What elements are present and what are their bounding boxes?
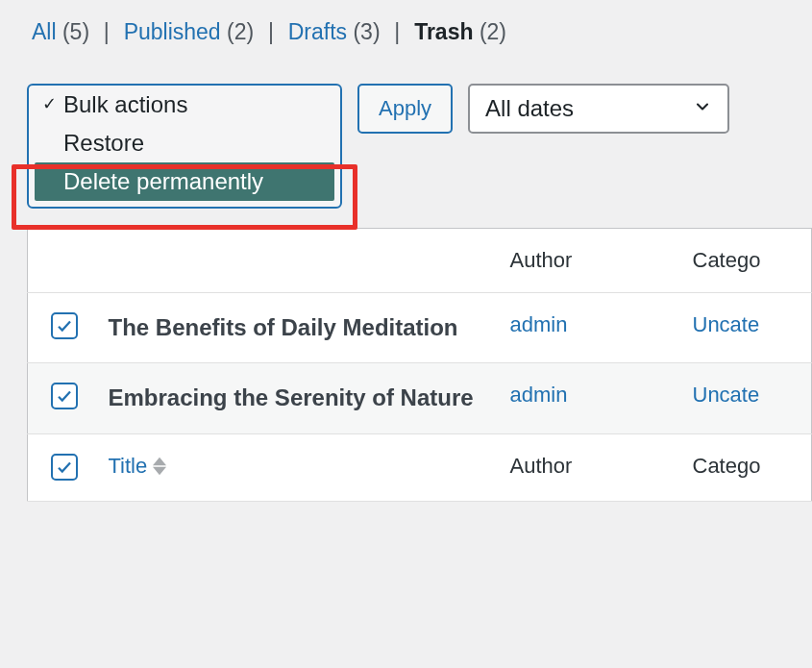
- bulk-option-delete-permanently[interactable]: Delete permanently: [35, 162, 334, 201]
- row-checkbox[interactable]: [51, 312, 78, 339]
- check-icon: [56, 387, 73, 405]
- post-title[interactable]: The Benefits of Daily Meditation: [109, 312, 483, 343]
- footer-title-label: Title: [109, 454, 148, 479]
- header-checkbox-cell: [28, 229, 95, 293]
- filter-published[interactable]: Published: [124, 19, 221, 44]
- date-filter-selected: All dates: [485, 95, 574, 122]
- filter-drafts[interactable]: Drafts: [288, 19, 347, 44]
- footer-checkbox[interactable]: [51, 454, 78, 481]
- filter-published-count: (2): [227, 19, 254, 44]
- row-checkbox[interactable]: [51, 383, 78, 409]
- filter-trash-count: (2): [480, 19, 506, 44]
- footer-title-sort[interactable]: Title: [109, 454, 167, 479]
- bulk-actions-select[interactable]: Bulk actions Restore Delete permanently: [27, 84, 342, 209]
- apply-button[interactable]: Apply: [357, 84, 453, 134]
- post-author[interactable]: admin: [510, 383, 568, 407]
- svg-marker-0: [153, 458, 166, 465]
- sort-icon: [153, 457, 166, 476]
- status-filter-links: All (5) | Published (2) | Drafts (3) | T…: [27, 19, 812, 45]
- filter-drafts-count: (3): [353, 19, 380, 44]
- chevron-down-icon: [693, 95, 712, 122]
- posts-table: Author Catego The Benefits of Daily Medi…: [27, 228, 812, 502]
- post-author[interactable]: admin: [510, 312, 568, 336]
- post-category[interactable]: Uncate: [693, 383, 760, 407]
- table-row: The Benefits of Daily Meditation admin U…: [28, 293, 812, 363]
- tablenav-top: Bulk actions Restore Delete permanently …: [27, 84, 812, 209]
- header-title: [95, 229, 497, 293]
- check-icon: [56, 317, 73, 334]
- filter-trash[interactable]: Trash: [414, 19, 473, 44]
- header-author[interactable]: Author: [497, 229, 679, 293]
- table-row: Embracing the Serenity of Nature admin U…: [28, 363, 812, 433]
- svg-marker-1: [153, 467, 166, 475]
- bulk-option-default[interactable]: Bulk actions: [29, 86, 340, 124]
- footer-author[interactable]: Author: [497, 433, 679, 501]
- date-filter-select[interactable]: All dates: [468, 84, 729, 134]
- filter-all[interactable]: All: [32, 19, 57, 44]
- post-title[interactable]: Embracing the Serenity of Nature: [109, 383, 483, 413]
- bulk-option-restore[interactable]: Restore: [29, 124, 340, 162]
- filter-all-count: (5): [62, 19, 89, 44]
- check-icon: [56, 458, 73, 476]
- footer-categories[interactable]: Catego: [679, 433, 812, 501]
- header-categories[interactable]: Catego: [679, 229, 812, 293]
- post-category[interactable]: Uncate: [693, 312, 760, 336]
